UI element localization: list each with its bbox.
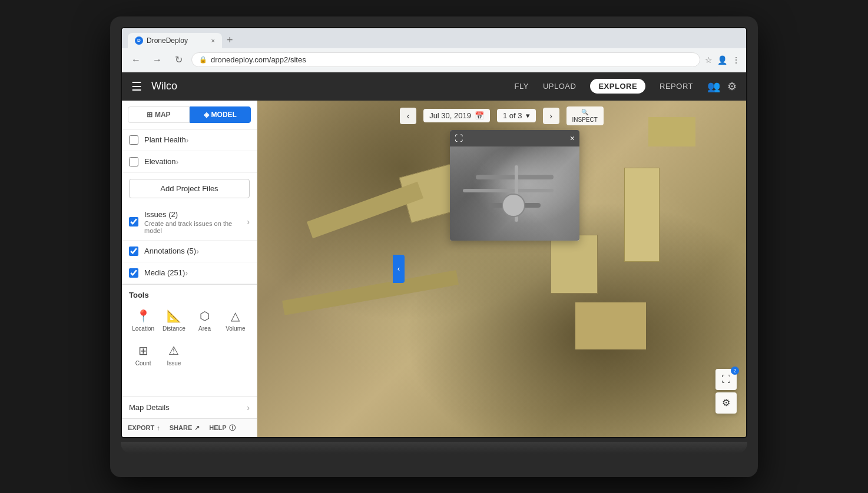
toolbar-icons: ☆ 👤 ⋮ — [705, 55, 740, 65]
structure-2 — [551, 235, 598, 294]
issues-chevron: › — [247, 217, 250, 226]
sidebar-item-media[interactable]: Media (251) › — [122, 262, 257, 284]
model-view-icon: ◈ — [204, 111, 209, 119]
bookmark-icon[interactable]: ☆ — [705, 55, 713, 65]
media-checkbox[interactable] — [129, 268, 138, 278]
tools-title: Tools — [129, 291, 250, 299]
map-popup: ⛶ × — [450, 130, 579, 241]
issue-label: Issue — [167, 360, 181, 367]
plant-health-checkbox[interactable] — [129, 135, 138, 145]
inspect-label: INSPECT — [572, 116, 598, 123]
tool-count[interactable]: ⊞ Count — [129, 340, 157, 370]
tool-issue[interactable]: ⚠ Issue — [160, 340, 188, 370]
map-view-label: MAP — [155, 111, 171, 119]
browser-toolbar: ← → ↻ 🔒 dronedeploy.com/app2/sites ☆ 👤 ⋮ — [122, 48, 746, 72]
area-label: Area — [198, 325, 211, 332]
pipe-2 — [463, 189, 554, 192]
map-page-info: 1 of 3 ▾ — [497, 109, 536, 122]
structure-3 — [575, 302, 646, 349]
model-view-label: MODEL — [211, 111, 237, 119]
map-settings-button[interactable]: ⚙ 2 — [715, 392, 737, 414]
tool-area[interactable]: ⬡ Area — [191, 305, 219, 335]
laptop-screen: D DroneDeploy × + ← → ↻ 🔒 dronedeploy.co… — [121, 27, 747, 438]
tool-location[interactable]: 📍 Location — [129, 305, 157, 335]
map-controls: ⛶ ⚙ 2 — [715, 369, 737, 414]
tools-grid-2: ⊞ Count ⚠ Issue — [129, 340, 250, 370]
add-project-files-button[interactable]: Add Project Files — [129, 179, 250, 198]
app-title: Wilco — [151, 80, 177, 92]
popup-expand-button[interactable]: ⛶ — [455, 134, 463, 143]
map-details-label: Map Details — [129, 403, 247, 412]
inspect-icon: 🔍 — [581, 109, 588, 115]
elevation-chevron: › — [175, 157, 178, 166]
tool-volume[interactable]: △ Volume — [221, 305, 250, 335]
sidebar-collapse-button[interactable]: ‹ — [393, 255, 405, 283]
structure-4 — [624, 168, 660, 262]
sidebar-item-annotations[interactable]: Annotations (5) › — [122, 241, 257, 262]
add-user-icon[interactable]: 👥 — [707, 80, 720, 93]
sidebar-item-map-details[interactable]: Map Details › — [122, 397, 257, 418]
map-details-chevron: › — [247, 403, 250, 412]
nav-explore[interactable]: EXPLORE — [590, 79, 645, 94]
laptop-base — [121, 442, 747, 454]
distance-icon: 📐 — [167, 309, 181, 323]
annotations-checkbox[interactable] — [129, 246, 138, 256]
sidebar: ⊞ MAP ◈ MODEL Plant Health › — [122, 101, 257, 437]
inspect-button[interactable]: 🔍 INSPECT — [566, 106, 604, 125]
sidebar-item-plant-health[interactable]: Plant Health › — [122, 129, 257, 151]
share-action[interactable]: SHARE ↗ — [170, 424, 200, 432]
issues-content: Issues (2) Create and track issues on th… — [144, 210, 247, 234]
help-icon: ⓘ — [229, 424, 236, 432]
dropdown-icon[interactable]: ▾ — [526, 111, 530, 120]
help-action[interactable]: HELP ⓘ — [209, 424, 235, 432]
map-next-button[interactable]: › — [543, 108, 559, 124]
map-area[interactable]: ‹ Jul 30, 2019 📅 1 of 3 ▾ › 🔍 INSPECT — [257, 101, 746, 437]
settings-icon[interactable]: ⚙ — [727, 80, 737, 93]
plant-health-label: Plant Health — [144, 135, 186, 144]
top-nav: ☰ Wilco FLY UPLOAD EXPLORE REPORT 👥 ⚙ — [122, 72, 746, 101]
model-view-button[interactable]: ◈ MODEL — [190, 106, 251, 123]
map-view-button[interactable]: ⊞ MAP — [128, 106, 190, 123]
tool-distance[interactable]: 📐 Distance — [160, 305, 188, 335]
sidebar-item-elevation[interactable]: Elevation › — [122, 151, 257, 173]
count-icon: ⊞ — [138, 344, 148, 358]
new-tab-button[interactable]: + — [222, 34, 238, 46]
map-prev-button[interactable]: ‹ — [400, 108, 416, 124]
nav-fly[interactable]: FLY — [515, 82, 529, 91]
profile-icon[interactable]: 👤 — [717, 55, 727, 65]
popup-close-button[interactable]: × — [570, 134, 575, 143]
help-label: HELP — [209, 424, 226, 431]
location-label: Location — [132, 325, 154, 332]
issues-sub: Create and track issues on the model — [144, 220, 247, 234]
url-bar[interactable]: 🔒 dronedeploy.com/app2/sites — [191, 52, 700, 67]
tab-close-button[interactable]: × — [211, 37, 215, 44]
tab-title: DroneDeploy — [147, 36, 188, 45]
sphere — [502, 194, 525, 217]
nav-upload[interactable]: UPLOAD — [543, 82, 576, 91]
volume-icon: △ — [231, 309, 240, 323]
nav-report[interactable]: REPORT — [660, 82, 693, 91]
export-action[interactable]: EXPORT ↑ — [128, 424, 160, 432]
back-button[interactable]: ← — [128, 52, 144, 68]
export-icon: ↑ — [157, 424, 160, 431]
hamburger-menu[interactable]: ☰ — [131, 79, 142, 94]
map-date: Jul 30, 2019 📅 — [423, 109, 490, 122]
sidebar-bottom: EXPORT ↑ SHARE ↗ HELP ⓘ — [122, 418, 257, 437]
tools-section: Tools 📍 Location 📐 Distance ⬡ — [122, 284, 257, 376]
menu-icon[interactable]: ⋮ — [732, 55, 740, 65]
elevation-label: Elevation — [144, 157, 175, 166]
refresh-button[interactable]: ↻ — [170, 52, 187, 68]
location-icon: 📍 — [136, 309, 151, 323]
calendar-icon: 📅 — [475, 111, 484, 120]
sidebar-item-issues[interactable]: Issues (2) Create and track issues on th… — [122, 204, 257, 241]
count-label: Count — [135, 360, 151, 367]
browser-chrome: D DroneDeploy × + ← → ↻ 🔒 dronedeploy.co… — [122, 28, 746, 72]
forward-button[interactable]: → — [149, 52, 165, 68]
main-content: ⊞ MAP ◈ MODEL Plant Health › — [122, 101, 746, 437]
lock-icon: 🔒 — [199, 56, 207, 64]
browser-tab-active[interactable]: D DroneDeploy × — [128, 33, 222, 48]
map-view-icon: ⊞ — [147, 111, 153, 119]
app-container: ☰ Wilco FLY UPLOAD EXPLORE REPORT 👥 ⚙ — [122, 72, 746, 437]
elevation-checkbox[interactable] — [129, 157, 138, 166]
issues-checkbox[interactable] — [129, 217, 138, 226]
